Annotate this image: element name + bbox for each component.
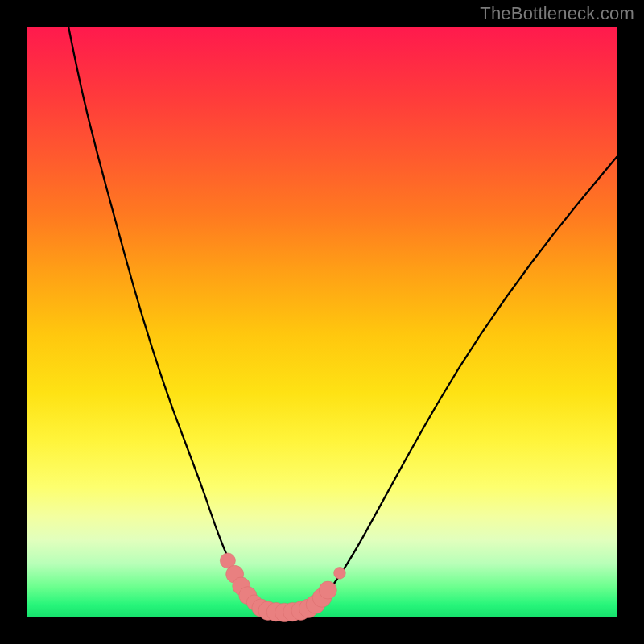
bottleneck-curve (68, 27, 617, 611)
chart-svg (27, 27, 617, 617)
curve-group (68, 27, 617, 611)
chart-frame: TheBottleneck.com (0, 0, 644, 644)
watermark-text: TheBottleneck.com (480, 3, 634, 24)
data-marker (319, 581, 336, 599)
markers-group (220, 553, 345, 622)
data-marker (334, 568, 346, 580)
